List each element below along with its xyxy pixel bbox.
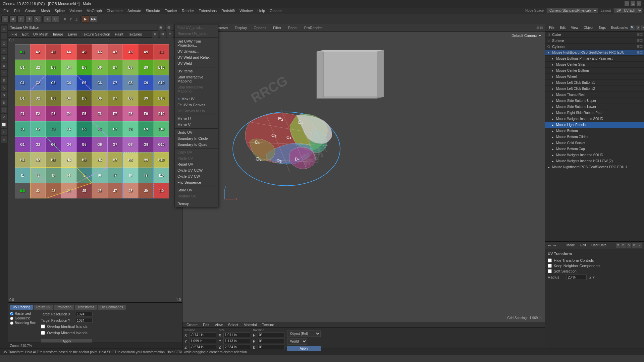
edit-menu-mode[interactable]: Edit [578, 243, 588, 248]
tree-item-left-click2[interactable]: ▸ Mouse Left Click Buttons2 [545, 86, 644, 92]
tree-item-side-lower[interactable]: ▸ Mouse Side Buttons Lower [545, 104, 644, 110]
ctx-paste-uv[interactable]: Paste UV [175, 155, 218, 161]
uv-menu-icon-2[interactable]: ⊡ [159, 31, 166, 38]
menu-character[interactable]: Character [105, 8, 125, 13]
menu-edit[interactable]: Edit [12, 8, 22, 13]
sidebar-icon-4[interactable]: ✦ [1, 48, 7, 54]
uv-header-icon-1[interactable]: ⊞ [157, 24, 164, 31]
toolbar-select[interactable]: □ [17, 15, 25, 23]
ctx-boundary-quad[interactable]: Boundary to Quad [175, 141, 218, 147]
texture-menu[interactable]: Texture [260, 322, 276, 327]
vp-tab-display[interactable]: Display [232, 25, 250, 31]
scene-menu-edit[interactable]: Edit [558, 25, 568, 30]
tree-item-light-panels[interactable]: ▸ Mouse Light Panels [545, 122, 644, 128]
radio-rasterized[interactable] [10, 312, 13, 315]
minimize-button[interactable]: − [625, 1, 629, 6]
menu-mograph[interactable]: MoGraph [85, 8, 104, 13]
ctx-fit-uv[interactable]: Fit UV to Canvas [175, 102, 218, 108]
mode-icon-4[interactable]: ⊚ [632, 243, 637, 248]
node-space-dropdown[interactable]: Current (Standard/Physical) [546, 8, 598, 13]
uv-tab-packing[interactable]: UV Packing [10, 305, 33, 310]
radius-input[interactable] [567, 275, 587, 280]
size-z-input[interactable] [223, 345, 250, 350]
tree-item-thumb-rest[interactable]: ▸ Mouse Thumb Rest [545, 92, 644, 98]
tree-item-center-buttons[interactable]: ▸ Mouse Center Buttons [545, 68, 644, 74]
sidebar-icon-2[interactable]: ↕ [1, 33, 7, 40]
ctx-cycle-ccw[interactable]: Cycle UV CCW [175, 167, 218, 173]
ctx-mirror-v[interactable]: Mirror V [175, 122, 218, 128]
overlap-mirrored-checkbox[interactable] [41, 331, 45, 335]
tree-item-weights-solid[interactable]: ▸ Mouse Weights Inserted SOLID [545, 116, 644, 122]
tree-item-right-rubber[interactable]: ▸ Mouse Right Side Rubber Pad [545, 110, 644, 116]
window-controls[interactable]: − □ × [625, 1, 641, 6]
tree-item-left-click1[interactable]: ▸ Mouse Left Click Buttons1 [545, 80, 644, 86]
scene-menu-object[interactable]: Object [582, 25, 595, 30]
toolbar-move[interactable]: ✛ [25, 15, 33, 23]
ctx-copy-uv[interactable]: Copy UV [175, 149, 218, 155]
tree-item-side-upper[interactable]: ▸ Mouse Side Buttons Upper [545, 98, 644, 104]
tree-item-weights-hollow[interactable]: ▸ Mouse Weights Inserted HOLLOW (2) [545, 158, 644, 164]
menu-tracker[interactable]: Tracker [163, 8, 179, 13]
sidebar-icon-13[interactable]: ✐ [1, 114, 7, 121]
sidebar-icon-12[interactable]: ⬛ [1, 107, 7, 113]
tree-item-bottom[interactable]: ▸ Mouse Bottom [545, 128, 644, 134]
ctx-uv-unwrap[interactable]: UV Unwrap... [175, 48, 218, 54]
ctx-store-uv[interactable]: Store UV [175, 187, 218, 193]
menu-simulate[interactable]: Simulate [144, 8, 162, 13]
radio-geometric[interactable] [10, 317, 13, 320]
view-menu[interactable]: View [213, 322, 225, 327]
sidebar-icon-6[interactable]: ⊗ [1, 62, 7, 69]
uv-tab-transforms[interactable]: Transforms [75, 305, 97, 310]
sidebar-icon-5[interactable]: ⊕ [1, 55, 7, 62]
menu-octane[interactable]: Octane [268, 8, 283, 13]
uv-header-icon-2[interactable]: ⊡ [165, 24, 172, 31]
menu-render[interactable]: Render [180, 8, 196, 13]
menu-mesh[interactable]: Mesh [39, 8, 52, 13]
hide-transform-checkbox[interactable] [548, 258, 552, 262]
ctx-uv-weld-relax[interactable]: UV Weld and Relax... [175, 54, 218, 60]
ctx-fold-uv[interactable]: Fold UV_cmd... [175, 24, 218, 31]
menu-redshift[interactable]: Redshift [219, 8, 237, 13]
uv-menu-edit[interactable]: Edit [20, 32, 31, 37]
target-res-x-input[interactable] [76, 312, 93, 316]
ctx-reset-uv[interactable]: Reset UV [175, 161, 218, 167]
sidebar-icon-16[interactable]: ⌕ [1, 136, 7, 143]
mode-icon-5[interactable]: × [637, 243, 642, 248]
sidebar-icon-15[interactable]: ⌖ [1, 129, 7, 135]
sidebar-icon-1[interactable]: ⊞ [1, 25, 7, 32]
tree-item-cube[interactable]: □ Cube ⊞⊡ [545, 32, 644, 38]
size-y-input[interactable] [223, 339, 250, 344]
ctx-restore-uv[interactable]: Restore UV [175, 193, 218, 199]
rot-p-input[interactable] [258, 339, 284, 344]
right-icon-close[interactable]: × [641, 25, 644, 30]
sidebar-icon-11[interactable]: S [1, 99, 7, 106]
uv-menu-uvmesh[interactable]: UV Mesh [31, 32, 50, 37]
mode-icon-3[interactable]: ⊙ [627, 243, 631, 248]
pos-x-input[interactable] [189, 333, 216, 338]
ctx-uv-items[interactable]: UV Items [175, 68, 218, 74]
scene-menu-view[interactable]: View [569, 25, 580, 30]
sidebar-icon-7[interactable]: ⬡ [1, 70, 7, 76]
keep-neighbor-checkbox[interactable] [548, 264, 552, 268]
ctx-max-uv[interactable]: ✕Max UV [175, 96, 218, 102]
uv-menu-layer[interactable]: Layer [66, 32, 79, 37]
uv-menu-image[interactable]: Image [51, 32, 65, 37]
target-res-y-input[interactable] [76, 318, 93, 323]
toolbar-btn-1[interactable]: ⊞ [1, 15, 9, 23]
tree-item-wheel[interactable]: ▸ Mouse Wheel [545, 74, 644, 80]
mode-menu[interactable]: Mode [565, 243, 577, 248]
layout-dropdown[interactable]: BP - UV Edit [613, 8, 643, 13]
toolbar-btn-2[interactable]: ↺ [9, 15, 17, 23]
rot-b-input[interactable] [258, 345, 284, 350]
menu-volume[interactable]: Volume [67, 8, 84, 13]
menu-extensions[interactable]: Extensions [197, 8, 219, 13]
rot-h-input[interactable] [258, 333, 284, 338]
ctx-start-mapping[interactable]: Start Interactive Mapping [175, 74, 218, 84]
material-menu[interactable]: Material [241, 322, 259, 327]
ctx-stop-mapping[interactable]: Stop Interactive Mapping [175, 84, 218, 94]
tree-item-mouse-root[interactable]: ▸ Mouse Nightboard RGB GeoffDevries PRO … [545, 50, 644, 56]
pos-y-input[interactable] [189, 339, 216, 344]
radio-boundingbox[interactable] [10, 321, 13, 325]
tree-item-center-strip[interactable]: ▸ Mouse Center Strip [545, 62, 644, 68]
toolbar-object[interactable]: ○ [44, 15, 51, 23]
